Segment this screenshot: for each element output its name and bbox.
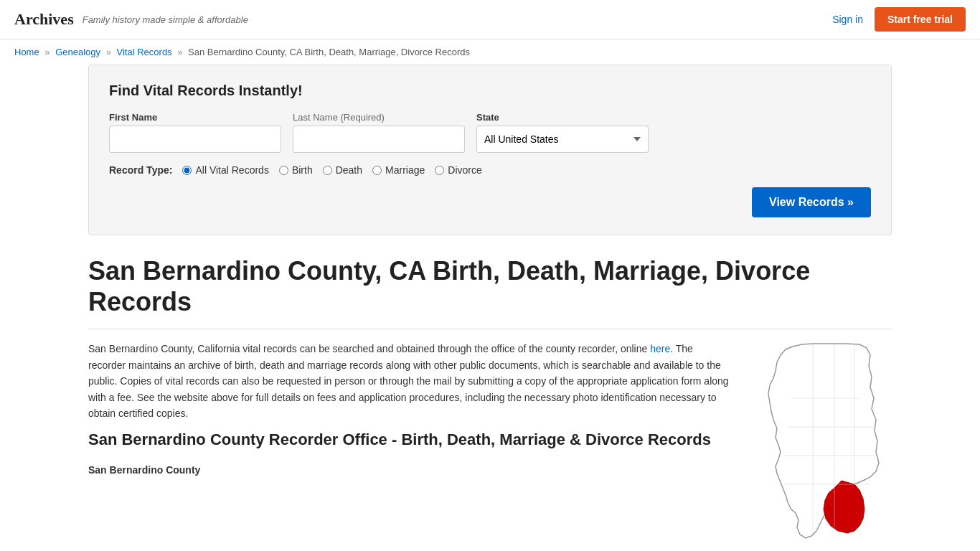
header-right: Sign in Start free trial xyxy=(832,7,966,32)
state-select[interactable]: All United States xyxy=(476,126,649,153)
search-title: Find Vital Records Instantly! xyxy=(109,83,871,99)
radio-all-vital[interactable]: All Vital Records xyxy=(182,164,268,176)
content-divider xyxy=(88,329,892,329)
first-name-group: First Name xyxy=(109,112,281,153)
record-type-row: Record Type: All Vital Records Birth Dea… xyxy=(109,164,871,176)
site-header: Archives Family history made simple & af… xyxy=(0,0,980,39)
first-name-input[interactable] xyxy=(109,126,281,153)
search-box: Find Vital Records Instantly! First Name… xyxy=(88,65,892,235)
tagline: Family history made simple & affordable xyxy=(83,14,248,25)
sub-heading: San Bernardino County Recorder Office - … xyxy=(88,430,731,451)
view-records-row: View Records » xyxy=(109,187,871,217)
search-fields: First Name Last Name (Required) State Al… xyxy=(109,112,871,153)
breadcrumb-sep-2: » xyxy=(106,47,111,57)
radio-death[interactable]: Death xyxy=(323,164,362,176)
california-map xyxy=(748,341,892,544)
logo: Archives xyxy=(14,10,74,29)
view-records-button[interactable]: View Records » xyxy=(752,187,871,217)
radio-divorce[interactable]: Divorce xyxy=(435,164,481,176)
record-type-label: Record Type: xyxy=(109,164,172,176)
breadcrumb-sep-1: » xyxy=(44,47,50,57)
county-name: San Bernardino County xyxy=(88,462,731,478)
sign-in-link[interactable]: Sign in xyxy=(832,14,863,25)
breadcrumb-genealogy[interactable]: Genealogy xyxy=(55,47,100,57)
radio-marriage[interactable]: Marriage xyxy=(372,164,425,176)
breadcrumb-current: San Bernardino County, CA Birth, Death, … xyxy=(188,47,470,57)
last-name-group: Last Name (Required) xyxy=(293,112,465,153)
radio-birth[interactable]: Birth xyxy=(279,164,313,176)
last-name-input[interactable] xyxy=(293,126,465,153)
last-name-label: Last Name (Required) xyxy=(293,112,465,123)
start-trial-button[interactable]: Start free trial xyxy=(875,7,966,32)
breadcrumb: Home » Genealogy » Vital Records » San B… xyxy=(0,39,980,65)
content-with-map: San Bernardino County, California vital … xyxy=(88,341,892,544)
breadcrumb-sep-3: » xyxy=(177,47,182,57)
breadcrumb-vital-records[interactable]: Vital Records xyxy=(117,47,172,57)
state-group: State All United States xyxy=(476,112,649,153)
header-left: Archives Family history made simple & af… xyxy=(14,10,248,29)
page-heading: San Bernardino County, CA Birth, Death, … xyxy=(88,255,892,317)
state-label: State xyxy=(476,112,649,123)
first-name-label: First Name xyxy=(109,112,281,123)
breadcrumb-home[interactable]: Home xyxy=(14,47,39,57)
description-paragraph: San Bernardino County, California vital … xyxy=(88,341,731,421)
content-text: San Bernardino County, California vital … xyxy=(88,341,731,544)
california-map-svg xyxy=(748,341,892,542)
main-content: Find Vital Records Instantly! First Name… xyxy=(74,65,906,544)
here-link[interactable]: here xyxy=(650,343,670,354)
